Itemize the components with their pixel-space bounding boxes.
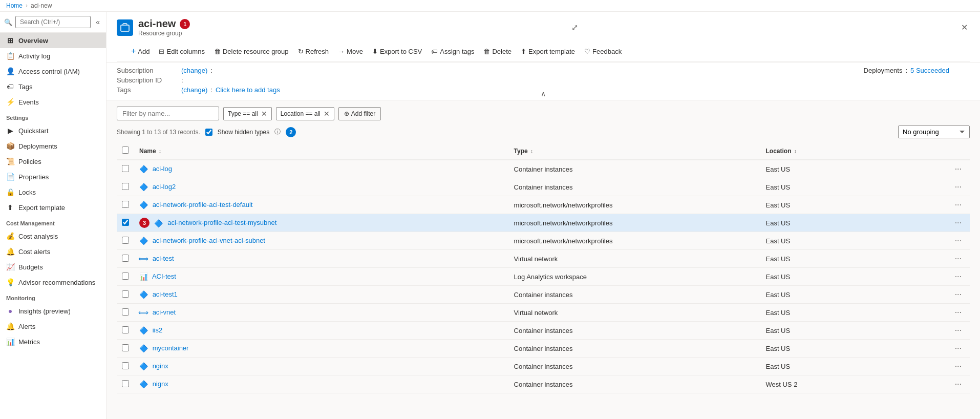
row-badge-4: 3 <box>139 218 150 228</box>
resource-link-1[interactable]: aci-log <box>153 165 172 173</box>
sidebar-item-budgets[interactable]: 📈 Budgets <box>0 259 106 275</box>
sidebar-item-policies[interactable]: 📜 Policies <box>0 154 106 169</box>
sidebar-item-locks[interactable]: 🔒 Locks <box>0 184 106 200</box>
row-more-button-8[interactable]: ··· <box>952 289 965 300</box>
export-csv-button[interactable]: ⬇ Export to CSV <box>368 45 426 58</box>
row-checkbox-2[interactable] <box>122 183 129 190</box>
row-more-button-13[interactable]: ··· <box>952 379 965 390</box>
add-icon: + <box>131 47 136 56</box>
sidebar-item-tags[interactable]: 🏷 Tags <box>0 79 106 94</box>
row-more-button-1[interactable]: ··· <box>952 163 965 175</box>
breadcrumb-current: aci-new <box>31 2 52 9</box>
feedback-icon: ♡ <box>584 48 590 55</box>
sidebar-item-cost-alerts[interactable]: 🔔 Cost alerts <box>0 244 106 259</box>
edit-columns-button[interactable]: ⊟ Edit columns <box>155 45 208 58</box>
row-more-button-10[interactable]: ··· <box>952 325 965 336</box>
sidebar-item-overview[interactable]: ⊞ Overview <box>0 33 106 48</box>
row-more-button-6[interactable]: ··· <box>952 253 965 264</box>
resource-link-3[interactable]: aci-network-profile-aci-test-default <box>153 201 253 208</box>
filter-by-name-input[interactable] <box>117 107 219 120</box>
sidebar-item-cost-analysis[interactable]: 💰 Cost analysis <box>0 228 106 244</box>
search-input[interactable] <box>15 16 91 28</box>
sidebar-item-properties[interactable]: 📄 Properties <box>0 169 106 184</box>
resource-type-icon-3: 🔷 <box>139 201 147 209</box>
resource-link-6[interactable]: aci-test <box>153 255 174 262</box>
row-checkbox-cell <box>117 214 134 232</box>
sidebar-item-advisor[interactable]: 💡 Advisor recommendations <box>0 275 106 290</box>
row-checkbox-cell <box>117 340 134 358</box>
table-row: 3 🔷 aci-network-profile-aci-test-mysubne… <box>117 214 970 232</box>
deployments-count-link[interactable]: 5 Succeeded <box>910 67 949 74</box>
row-checkbox-5[interactable] <box>122 237 129 244</box>
location-filter-remove[interactable]: ✕ <box>324 110 330 118</box>
resource-link-9[interactable]: aci-vnet <box>153 308 176 316</box>
row-checkbox-12[interactable] <box>122 362 129 369</box>
add-filter-button[interactable]: ⊕ Add filter <box>338 107 381 120</box>
row-checkbox-11[interactable] <box>122 344 129 351</box>
export-template-button[interactable]: ⬆ Export template <box>517 45 579 58</box>
row-checkbox-9[interactable] <box>122 308 129 316</box>
delete-resource-group-button[interactable]: 🗑 Delete resource group <box>210 45 293 58</box>
row-type-cell-13: Container instances <box>509 375 761 393</box>
row-location-cell-7: East US <box>760 268 927 286</box>
delete-button[interactable]: 🗑 Delete <box>479 45 516 58</box>
row-checkbox-4[interactable] <box>122 219 129 226</box>
sidebar-item-deployments[interactable]: 📦 Deployments <box>0 138 106 154</box>
maximize-button[interactable]: ⤢ <box>569 20 580 34</box>
refresh-button[interactable]: ↻ Refresh <box>294 45 333 58</box>
row-more-button-9[interactable]: ··· <box>952 307 965 318</box>
row-more-button-3[interactable]: ··· <box>952 199 965 211</box>
collapse-info-button[interactable]: ∧ <box>106 88 980 100</box>
row-checkbox-8[interactable] <box>122 290 129 298</box>
row-checkbox-7[interactable] <box>122 273 129 280</box>
info-section: Subscription (change) : Subscription ID … <box>106 62 980 100</box>
row-location-cell-3: East US <box>760 196 927 214</box>
delete-icon: 🗑 <box>483 48 490 55</box>
column-header-name[interactable]: Name ↕ <box>134 142 509 160</box>
column-header-location[interactable]: Location ↕ <box>760 142 927 160</box>
row-more-button-5[interactable]: ··· <box>952 235 965 246</box>
row-checkbox-13[interactable] <box>122 380 129 387</box>
add-button[interactable]: + Add <box>127 44 154 58</box>
sidebar-item-metrics[interactable]: 📊 Metrics <box>0 334 106 349</box>
breadcrumb-home[interactable]: Home <box>6 2 23 9</box>
row-name-cell-1: 🔷 aci-log <box>134 160 509 178</box>
close-button[interactable]: ✕ <box>959 20 970 34</box>
type-filter-remove[interactable]: ✕ <box>261 110 267 118</box>
resource-link-10[interactable]: iis2 <box>153 326 163 334</box>
row-more-button-12[interactable]: ··· <box>952 361 965 372</box>
grouping-select[interactable]: No groupingResource typeLocationResource… <box>898 125 970 138</box>
row-more-button-11[interactable]: ··· <box>952 343 965 354</box>
sidebar-item-quickstart[interactable]: ▶ Quickstart <box>0 123 106 138</box>
sidebar-item-access-control[interactable]: 👤 Access control (IAM) <box>0 64 106 79</box>
show-hidden-types-checkbox[interactable] <box>205 129 212 136</box>
resource-link-5[interactable]: aci-network-profile-aci-vnet-aci-subnet <box>153 237 265 244</box>
row-more-button-7[interactable]: ··· <box>952 271 965 282</box>
row-more-button-4[interactable]: ··· <box>952 217 965 228</box>
row-checkbox-1[interactable] <box>122 165 129 172</box>
sidebar-item-events[interactable]: ⚡ Events <box>0 94 106 110</box>
move-button[interactable]: → Move <box>334 45 367 58</box>
refresh-icon: ↻ <box>298 48 304 55</box>
row-checkbox-3[interactable] <box>122 201 129 208</box>
row-more-button-2[interactable]: ··· <box>952 181 965 193</box>
sidebar-item-export-template[interactable]: ⬆ Export template <box>0 200 106 215</box>
resource-link-2[interactable]: aci-log2 <box>153 183 176 191</box>
resource-link-12[interactable]: nginx <box>153 362 168 370</box>
resource-link-11[interactable]: mycontainer <box>153 344 189 352</box>
collapse-sidebar-button[interactable]: « <box>94 17 102 27</box>
sidebar-item-insights[interactable]: ● Insights (preview) <box>0 303 106 319</box>
feedback-button[interactable]: ♡ Feedback <box>580 45 626 58</box>
resource-link-8[interactable]: aci-test1 <box>153 290 178 298</box>
assign-tags-button[interactable]: 🏷 Assign tags <box>427 45 478 58</box>
sidebar-item-activity-log[interactable]: 📋 Activity log <box>0 48 106 64</box>
row-checkbox-10[interactable] <box>122 326 129 333</box>
column-header-type[interactable]: Type ↕ <box>509 142 761 160</box>
select-all-checkbox[interactable] <box>122 146 129 154</box>
sidebar-item-alerts[interactable]: 🔔 Alerts <box>0 319 106 334</box>
subscription-change-link[interactable]: (change) <box>181 67 207 74</box>
resource-link-13[interactable]: nignx <box>153 380 168 388</box>
row-checkbox-6[interactable] <box>122 255 129 262</box>
resource-link-7[interactable]: ACI-test <box>152 273 176 280</box>
resource-link-4[interactable]: aci-network-profile-aci-test-mysubnet <box>167 219 276 226</box>
